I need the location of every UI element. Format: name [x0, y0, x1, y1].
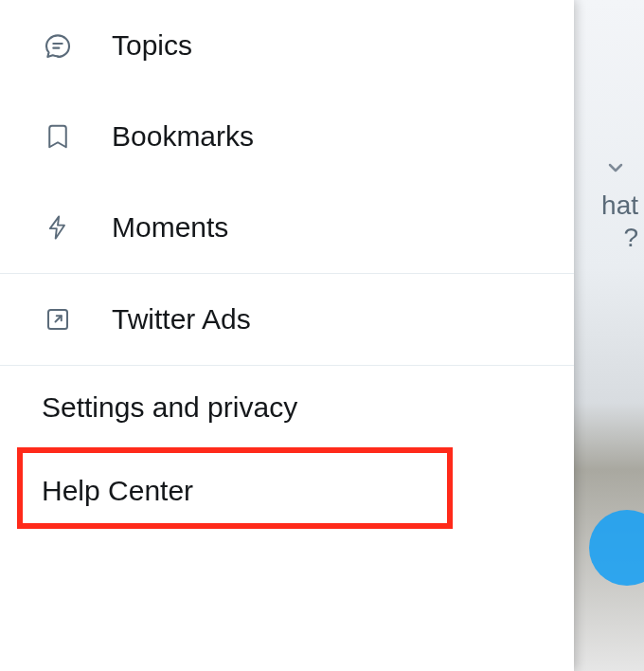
topics-icon [42, 30, 74, 61]
compose-tweet-fab[interactable] [589, 510, 644, 586]
navigation-drawer: Topics Bookmarks Moments Twitter Ads [0, 0, 574, 671]
external-link-icon [42, 305, 74, 334]
svg-marker-2 [50, 216, 64, 238]
chevron-down-icon [604, 156, 627, 179]
menu-item-label: Bookmarks [112, 120, 254, 153]
menu-item-label: Settings and privacy [42, 391, 297, 424]
menu-item-label: Help Center [42, 475, 193, 507]
lightning-icon [42, 212, 74, 243]
menu-item-settings-privacy[interactable]: Settings and privacy [0, 366, 574, 449]
menu-item-moments[interactable]: Moments [0, 182, 574, 273]
menu-item-topics[interactable]: Topics [0, 0, 574, 91]
menu-item-help-center[interactable]: Help Center [0, 449, 574, 533]
menu-item-twitter-ads[interactable]: Twitter Ads [0, 274, 574, 365]
menu-item-label: Topics [112, 29, 192, 62]
menu-item-label: Twitter Ads [112, 303, 251, 336]
bookmark-icon [42, 121, 74, 152]
background-feed-obscured: hat ? [574, 0, 644, 671]
menu-item-label: Moments [112, 211, 228, 244]
menu-item-bookmarks[interactable]: Bookmarks [0, 91, 574, 182]
background-text-fragment: hat ? [601, 190, 638, 253]
